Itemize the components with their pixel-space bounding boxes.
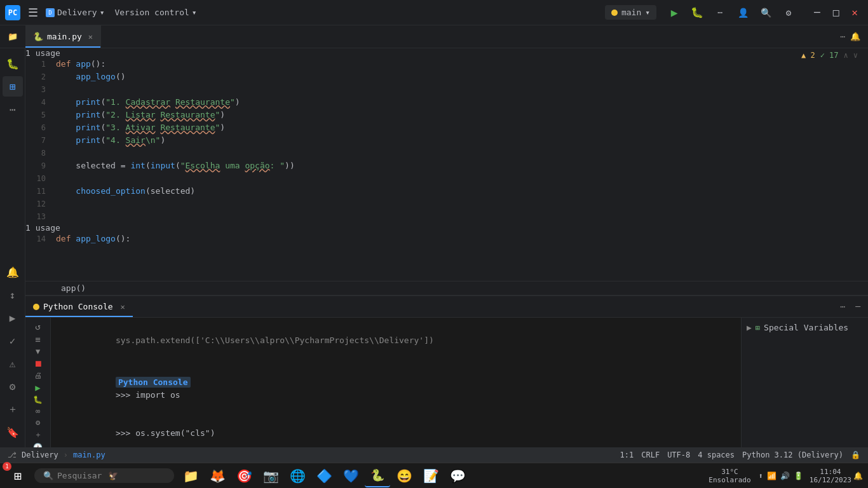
console-os-system-line: >>> os.system("cls") (56, 414, 736, 447)
sidebar-notifications-btn[interactable]: 🔔 (3, 262, 23, 282)
taskbar-search[interactable]: 🔍 Pesquisar 🦅 (34, 468, 174, 483)
nav-down[interactable]: ∨ (853, 51, 858, 60)
windows-notification-badge: 1 (3, 462, 11, 471)
code-line-11: 11 choosed_option(selected) (25, 185, 868, 198)
whatsapp-icon: 💬 (450, 468, 466, 484)
print-console-btn[interactable]: 🖨 (29, 371, 47, 380)
settings-console-btn[interactable]: ⚙ (29, 418, 47, 427)
cursor-position[interactable]: 1:1 (620, 451, 634, 459)
debug-button[interactable]: 🐛 (689, 5, 705, 20)
maximize-button[interactable]: □ (828, 4, 844, 21)
edge-icon: 🌐 (290, 468, 306, 484)
add-console-btn[interactable]: ＋ (29, 430, 47, 440)
stop-console-btn[interactable]: ⏹ (29, 358, 47, 369)
tab-filename: main.py (47, 32, 82, 41)
taskbar-app1[interactable]: 🎯 (231, 464, 257, 487)
taskbar-app4[interactable]: 😄 (391, 464, 417, 487)
app3-icon: 🔷 (316, 468, 332, 484)
tab-main-py[interactable]: 🐍 main.py ✕ (25, 25, 101, 48)
sidebar-add-btn[interactable]: ＋ (3, 399, 23, 419)
tab-more-button[interactable]: ⋯ (840, 32, 845, 41)
taskbar-app3[interactable]: 🔷 (311, 464, 337, 487)
sidebar-bookmark-btn[interactable]: 🔖 (3, 422, 23, 442)
tray-icon-1[interactable]: ⬆ (757, 470, 764, 482)
more-actions-button[interactable]: ⋯ (712, 5, 728, 20)
run-console-btn[interactable]: ▶ (29, 383, 47, 393)
line-num-3: 3 (25, 83, 56, 96)
taskbar-firefox[interactable]: 🦊 (205, 464, 230, 487)
console-tab-spacer (133, 296, 833, 317)
minimize-button[interactable]: ─ (809, 4, 825, 21)
volume-icon[interactable]: 🔊 (779, 470, 791, 482)
battery-icon[interactable]: 🔋 (792, 470, 804, 482)
collab-button[interactable]: 👤 (735, 5, 750, 20)
console-output[interactable]: sys.path.extend(['C:\\Users\\alpro\\Pych… (51, 318, 741, 447)
taskbar-pycharm[interactable]: 🐍 (365, 464, 390, 487)
reload-console-btn[interactable]: ↺ (29, 322, 47, 332)
weather-widget[interactable]: 31°C Ensolarado (709, 468, 750, 484)
run-config-name: main (621, 8, 641, 17)
notifications-action-center[interactable]: 🔔 (853, 464, 863, 487)
statusbar-file[interactable]: main.py (73, 451, 105, 459)
indent-setting[interactable]: 4 spaces (698, 451, 735, 459)
clock-widget[interactable]: 11:04 16/12/2023 (810, 468, 851, 484)
code-line-14: 14 def app_logo(): (25, 233, 868, 245)
taskbar-edge[interactable]: 🌐 (285, 464, 310, 487)
history-console-btn[interactable]: 🕐 (29, 443, 47, 447)
run-configuration[interactable]: main ▾ (605, 5, 656, 20)
python-console-tab[interactable]: Python Console ✕ (25, 296, 133, 317)
console-more-btn[interactable]: ⋯ (837, 299, 848, 314)
taskbar-app2[interactable]: 📷 (258, 464, 283, 487)
close-button[interactable]: ✕ (846, 4, 863, 21)
vcs-selector[interactable]: Version control ▾ (114, 8, 196, 17)
search-everywhere-button[interactable]: 🔍 (758, 5, 773, 20)
app-icon: PC (5, 5, 20, 20)
hamburger-menu[interactable]: ☰ (25, 3, 41, 22)
special-vars-header[interactable]: ▶ ⊞ Special Variables (747, 323, 863, 332)
folder-icon[interactable]: 📁 (3, 27, 23, 47)
tab-bar: 📁 🐍 main.py ✕ ⋯ 🔔 (0, 25, 868, 48)
nav-up[interactable]: ∧ (844, 51, 848, 60)
tab-close-button[interactable]: ✕ (88, 32, 93, 41)
taskbar-app5[interactable]: 📝 (418, 464, 444, 487)
console-minimize-btn[interactable]: ─ (853, 299, 863, 314)
sidebar-settings-btn[interactable]: ⚙ (3, 376, 23, 396)
usage-hint-2: 1 usage (25, 223, 868, 233)
line-content-6: print("3. Ativar Restaurante") (56, 121, 868, 134)
debug-console-btn[interactable]: 🐛 (29, 395, 47, 404)
settings-button[interactable]: ⚙ (781, 5, 796, 20)
sidebar-problems-btn[interactable]: ⚠ (3, 353, 23, 374)
scroll-end-btn[interactable]: ▼ (29, 347, 47, 356)
console-menu-btn[interactable]: ≡ (29, 334, 47, 344)
python-version[interactable]: Python 3.12 (Delivery) (742, 451, 843, 459)
sidebar-run-btn[interactable]: ▶ (3, 308, 23, 328)
line-num-2: 2 (25, 71, 56, 83)
vars-grid-icon: ⊞ (756, 323, 760, 332)
line-separator[interactable]: CRLF (641, 451, 660, 459)
console-os-cmd: >>> os.system("cls") (116, 428, 215, 438)
code-editor[interactable]: ▲ 2 ✓ 17 ∧ ∨ 1 usage 1 def app(): 2 app_… (25, 48, 868, 281)
console-tab-close[interactable]: ✕ (121, 302, 125, 311)
sidebar-structure-btn[interactable]: ⊞ (3, 76, 23, 97)
vcs-label: Version control (114, 8, 189, 17)
console-path-line: sys.path.extend(['C:\\Users\\alpro\\Pych… (56, 322, 736, 360)
code-line-10: 10 (25, 172, 868, 185)
sidebar-debug-btn[interactable]: 🐛 (3, 53, 23, 74)
branch-name[interactable]: Delivery (22, 451, 58, 459)
line-content-5: print("2. Listar Restaurante") (56, 109, 868, 121)
sidebar-vcs-btn[interactable]: ↕ (3, 285, 23, 305)
project-selector[interactable]: D Delivery ▾ (46, 8, 104, 17)
infinite-console-btn[interactable]: ∞ (29, 407, 47, 416)
taskbar-whatsapp[interactable]: 💬 (445, 464, 470, 487)
taskbar-explorer[interactable]: 📁 (178, 464, 203, 487)
sidebar-more-btn[interactable]: ⋯ (3, 99, 23, 119)
windows-start-btn[interactable]: 1 ⊞ (5, 464, 31, 487)
taskbar-vscode[interactable]: 💙 (338, 464, 363, 487)
status-bar: ⎇ Delivery › main.py 1:1 CRLF UTF-8 4 sp… (0, 447, 868, 463)
notifications-button[interactable]: 🔔 (850, 32, 860, 41)
encoding[interactable]: UTF-8 (667, 451, 690, 459)
sidebar-todo-btn[interactable]: ✓ (3, 330, 23, 351)
run-button[interactable]: ▶ (667, 5, 682, 20)
network-icon[interactable]: 📶 (766, 470, 778, 482)
code-line-6: 6 print("3. Ativar Restaurante") (25, 121, 868, 134)
